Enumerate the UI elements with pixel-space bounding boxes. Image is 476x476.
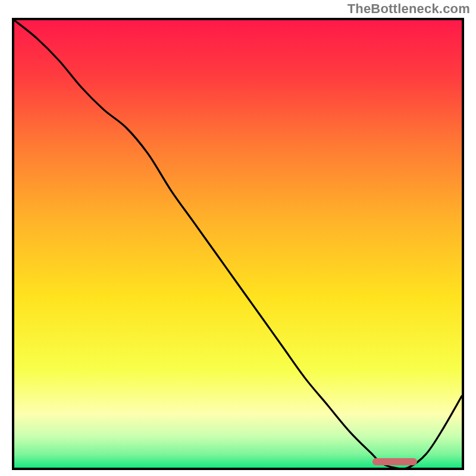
svg-rect-0 — [14, 20, 462, 468]
gradient-background — [14, 20, 462, 468]
optimal-zone-marker — [372, 458, 417, 465]
chart-stage: TheBottleneck.com — [0, 0, 476, 476]
watermark-text: TheBottleneck.com — [347, 1, 470, 17]
plot-area — [12, 18, 464, 470]
